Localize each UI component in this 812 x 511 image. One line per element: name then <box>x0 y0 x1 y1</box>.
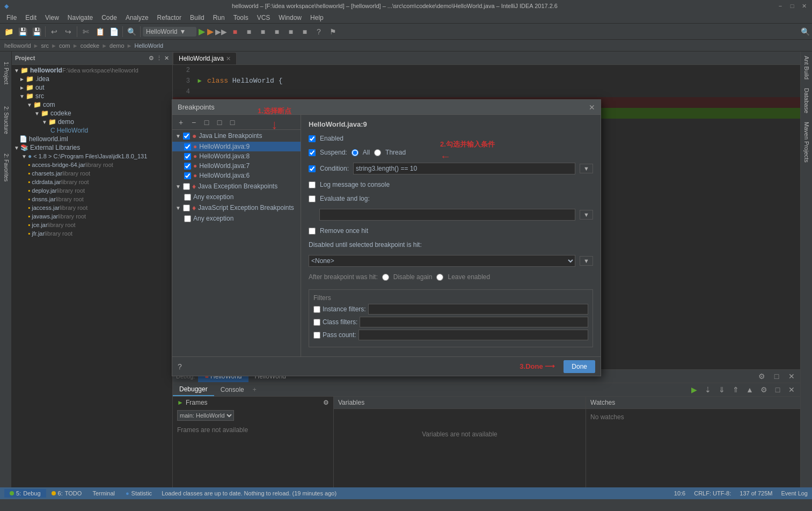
tree-com[interactable]: ▼ 📁 com <box>12 100 172 109</box>
tree-jar-cldrdata[interactable]: ▪ cldrdata.jar library root <box>12 178 172 186</box>
bp-item-hw7[interactable]: ● HelloWorld.java:7 <box>172 161 301 171</box>
breadcrumb-demo[interactable]: demo <box>109 42 125 49</box>
tb-btn-misc5[interactable]: ■ <box>298 25 311 38</box>
tree-jar-jfr[interactable]: ▪ jfr.jar library root <box>12 229 172 238</box>
bp-hw9-cb[interactable] <box>184 143 191 150</box>
status-debug-tab[interactable]: 5: Debug <box>4 489 46 498</box>
menu-help[interactable]: Help <box>306 13 328 23</box>
tb-open-btn[interactable]: 📁 <box>2 25 15 38</box>
bp-class-cb[interactable] <box>313 319 320 326</box>
tree-jar-javaws[interactable]: ▪ javaws.jar library root <box>12 212 172 221</box>
bp-js-any-exc-cb[interactable] <box>184 215 191 222</box>
editor-tab-helloworld[interactable]: HelloWorld.java ✕ <box>173 52 237 64</box>
console-plus-icon[interactable]: + <box>253 386 257 393</box>
stop-btn[interactable]: ■ <box>229 25 242 38</box>
tree-ext-libs[interactable]: ▼ 📚 External Libraries <box>12 143 172 152</box>
tb-btn-misc2[interactable]: ■ <box>257 25 269 38</box>
bp-leave-enabled-radio[interactable] <box>436 274 443 281</box>
tb-search-btn[interactable]: 🔍 <box>801 27 810 36</box>
bp-item-hw8[interactable]: ● HelloWorld.java:8 <box>172 151 301 161</box>
database-label[interactable]: Database <box>801 84 812 118</box>
tree-jar-ab64[interactable]: ▪ access-bridge-64.jar library root <box>12 160 172 169</box>
frames-dropdown[interactable]: main: HelloWorld <box>177 410 234 421</box>
settings-btn2[interactable]: ⚙ <box>757 383 770 396</box>
bp-group-js-exc-header[interactable]: ▼ ♦ JavaScript Exception Breakpoints <box>172 202 301 214</box>
project-settings-icon[interactable]: ⚙ <box>149 55 154 62</box>
menu-vcs[interactable]: VCS <box>253 13 275 23</box>
bp-condition-cb[interactable] <box>309 165 316 172</box>
status-statistic-tab[interactable]: ● Statistic <box>120 489 157 498</box>
tree-codeke[interactable]: ▼ 📁 codeke <box>12 109 172 118</box>
bp-hw6-cb[interactable] <box>184 172 191 179</box>
tree-jdk[interactable]: ▼ ● < 1.8 > C:\Program Files\Java\jdk1.8… <box>12 152 172 160</box>
bp-instance-input[interactable] <box>368 304 588 315</box>
bp-pass-count-cb[interactable] <box>313 332 320 339</box>
breadcrumb-src[interactable]: src <box>41 42 49 49</box>
bp-item-js-any-exc[interactable]: Any exception <box>172 214 301 223</box>
bp-group-java-line-cb[interactable] <box>183 133 190 140</box>
tree-jar-charsets[interactable]: ▪ charsets.jar library root <box>12 169 172 178</box>
ant-build-label[interactable]: Ant Build <box>801 52 812 84</box>
tb-btn-misc3[interactable]: ■ <box>270 25 283 38</box>
tree-demo[interactable]: ▼ 📁 demo <box>12 118 172 126</box>
tree-helloworld-class[interactable]: C HelloWorld <box>12 126 172 135</box>
tree-idea[interactable]: ► 📁 .idea <box>12 75 172 83</box>
bp-item-hw6[interactable]: ● HelloWorld.java:6 <box>172 171 301 180</box>
menu-build[interactable]: Build <box>186 13 209 23</box>
menu-run[interactable]: Run <box>209 13 229 23</box>
bp-enabled-cb[interactable] <box>309 135 316 142</box>
bp-suspend-cb[interactable] <box>309 149 316 156</box>
bp-pass-count-input[interactable] <box>359 330 588 340</box>
tree-out[interactable]: ► 📁 out <box>12 83 172 92</box>
tree-jar-dnsns[interactable]: ▪ dnsns.jar library root <box>12 195 172 203</box>
tb-find-btn[interactable]: 🔍 <box>125 25 138 38</box>
tree-src[interactable]: ▼ 📁 src <box>12 92 172 100</box>
step-into-btn[interactable]: ⇓ <box>715 383 728 396</box>
bp-condition-input[interactable] <box>353 163 575 174</box>
project-close-icon[interactable]: ✕ <box>164 55 169 62</box>
event-log-label[interactable]: Event Log <box>781 490 808 497</box>
bp-hw7-cb[interactable] <box>184 163 191 170</box>
resume-program-btn[interactable]: ▶ <box>687 383 700 396</box>
bp-suspend-thread-radio[interactable] <box>374 149 381 156</box>
bp-instance-cb[interactable] <box>313 306 320 313</box>
bp-disable-again-radio[interactable] <box>382 274 389 281</box>
tab-console[interactable]: Console <box>214 384 251 396</box>
tree-jar-deploy[interactable]: ▪ deploy.jar library root <box>12 186 172 195</box>
bp-close-btn[interactable]: ✕ <box>589 103 595 112</box>
minimize-btn[interactable]: − <box>777 2 784 10</box>
status-terminal-tab[interactable]: Terminal <box>87 489 120 498</box>
sidebar-favorites-icon[interactable]: 2: Favorites <box>0 146 12 189</box>
breadcrumb-helloworld-class[interactable]: HelloWorld <box>134 42 163 49</box>
bp-eval-cb[interactable] <box>309 195 316 202</box>
run-config-selector[interactable]: HelloWorld ▼ <box>143 27 196 36</box>
bp-eval-more-btn[interactable]: ▼ <box>580 210 593 220</box>
bp-hw8-cb[interactable] <box>184 153 191 160</box>
step-out-btn[interactable]: ⇑ <box>729 383 742 396</box>
breadcrumb-helloworld[interactable]: helloworld <box>4 42 31 49</box>
tb-notification-btn[interactable]: ⚑ <box>326 25 339 38</box>
close-btn2[interactable]: ✕ <box>785 383 798 396</box>
tb-redo-btn[interactable]: ↪ <box>62 25 75 38</box>
resume-btn[interactable]: ▶▶ <box>215 25 228 38</box>
bp-group-java-exc-header[interactable]: ▼ ♦ Java Exception Breakpoints <box>172 180 301 192</box>
restore-btn2[interactable]: □ <box>771 383 784 396</box>
bp-help-icon[interactable]: ? <box>178 362 182 371</box>
bp-eval-input[interactable] <box>319 209 575 221</box>
debug-btn[interactable]: ▶ <box>207 26 214 36</box>
maven-projects-label[interactable]: Maven Projects <box>801 118 812 167</box>
menu-window[interactable]: Window <box>274 13 306 23</box>
tb-cut-btn[interactable]: ✄ <box>79 25 92 38</box>
debug-settings-btn[interactable]: ⚙ <box>755 370 768 383</box>
menu-tools[interactable]: Tools <box>229 13 253 23</box>
bp-none-more-btn[interactable]: ▼ <box>580 256 593 266</box>
bp-group-java-line-header[interactable]: ▼ ● Java Line Breakpoints <box>172 130 301 142</box>
debug-close-btn[interactable]: ✕ <box>785 370 798 383</box>
tab-close-btn[interactable]: ✕ <box>226 55 231 62</box>
close-btn[interactable]: ✕ <box>800 2 808 10</box>
bp-btn5[interactable]: □ <box>227 117 238 128</box>
tree-helloworld-root[interactable]: ▼ 📁 helloworld F:\idea workspace\hellowo… <box>12 66 172 75</box>
menu-file[interactable]: File <box>2 13 21 23</box>
bp-add-btn[interactable]: + <box>175 117 186 128</box>
step-over-btn[interactable]: ⇣ <box>701 383 714 396</box>
